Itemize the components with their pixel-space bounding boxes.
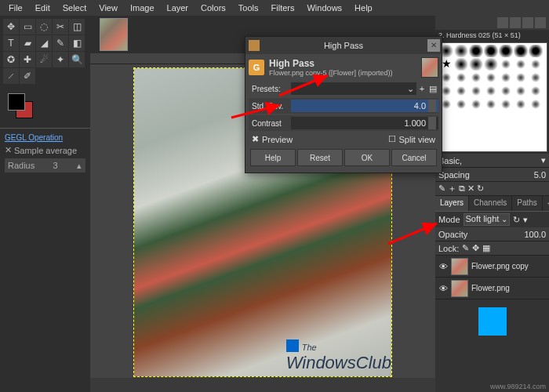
cancel-button[interactable]: Cancel (391, 149, 437, 166)
history-tab-btn[interactable] (522, 17, 533, 28)
tool-crop[interactable]: ✂ (53, 19, 68, 34)
brush-del-icon[interactable]: ✕ (467, 183, 474, 194)
brush-item[interactable] (499, 98, 513, 111)
tool-brush[interactable]: ✎ (53, 35, 68, 51)
tool-fill[interactable]: ▰ (20, 35, 35, 51)
brush-item[interactable] (529, 98, 543, 111)
tab-menu-btn[interactable]: ◂ (543, 196, 549, 211)
menu-file[interactable]: File (3, 2, 28, 14)
tool-clone[interactable]: ✪ (3, 52, 19, 67)
brush-item[interactable] (514, 58, 528, 71)
mode-reset-icon[interactable]: ↻ (513, 215, 520, 225)
tool-transform[interactable]: ◫ (69, 19, 85, 34)
tool-eraser[interactable]: ◧ (69, 35, 85, 51)
sample-avg-close[interactable]: ✕ (5, 145, 12, 155)
brush-item[interactable] (454, 58, 468, 71)
menu-image[interactable]: Image (125, 2, 160, 14)
layer-row[interactable]: 👁 Flower.png copy (435, 256, 549, 278)
ok-button[interactable]: OK (344, 149, 390, 166)
menu-edit[interactable]: Edit (30, 2, 56, 14)
brush-item[interactable] (514, 71, 528, 84)
brush-refresh-icon[interactable]: ↻ (477, 183, 484, 194)
dialog-titlebar[interactable]: High Pass ✕ (245, 37, 442, 54)
brush-item[interactable] (469, 98, 483, 111)
brush-item[interactable] (529, 45, 543, 57)
brush-spacing-row[interactable]: Spacing 5.0 (435, 168, 549, 182)
tool-path[interactable]: ✦ (53, 52, 68, 67)
brush-item[interactable] (514, 45, 528, 57)
brush-item[interactable] (484, 71, 498, 84)
brush-edit-icon[interactable]: ✎ (438, 183, 445, 194)
tool-heal[interactable]: ✚ (20, 52, 35, 67)
brush-item[interactable] (499, 85, 513, 97)
brush-item[interactable] (529, 85, 543, 97)
tab-paths[interactable]: Paths (512, 196, 543, 211)
brush-item[interactable] (469, 71, 483, 84)
brush-basic-row[interactable]: Basic,▾ (435, 154, 549, 168)
tool-move[interactable]: ✥ (3, 19, 19, 34)
lock-alpha-icon[interactable]: ▦ (482, 243, 490, 253)
help-button[interactable]: Help (250, 149, 296, 166)
tool-picker[interactable]: ✐ (20, 68, 35, 84)
tool-text[interactable]: T (3, 35, 19, 51)
brush-grid[interactable]: ★ (437, 42, 547, 152)
menu-layer[interactable]: Layer (162, 2, 195, 14)
reset-button[interactable]: Reset (297, 149, 343, 166)
brush-item[interactable] (484, 45, 498, 57)
lock-pos-icon[interactable]: ✥ (472, 243, 479, 253)
menu-help[interactable]: Help (349, 2, 378, 14)
gegl-operation-link[interactable]: GEGL Operation (5, 133, 85, 142)
close-icon[interactable]: ✕ (427, 39, 440, 52)
brush-item[interactable] (484, 98, 498, 111)
radius-spinner[interactable]: ▴ (76, 161, 82, 171)
preset-add-icon[interactable]: + (416, 84, 427, 93)
menu-tools[interactable]: Tools (233, 2, 264, 14)
brush-item[interactable] (484, 58, 498, 71)
brush-item[interactable] (529, 71, 543, 84)
brush-tab-btn[interactable] (497, 17, 508, 28)
layer-name[interactable]: Flower.png (471, 284, 510, 292)
tool-measure[interactable]: ⟋ (3, 68, 19, 84)
tool-rect-select[interactable]: ▭ (20, 19, 35, 34)
brush-item[interactable] (514, 85, 528, 97)
preset-menu-icon[interactable]: ▤ (427, 84, 438, 94)
brush-item[interactable] (469, 45, 483, 57)
brush-item[interactable] (499, 71, 513, 84)
dock-menu-btn[interactable] (535, 17, 546, 28)
layer-name[interactable]: Flower.png copy (471, 262, 529, 270)
tool-smudge[interactable]: ☄ (36, 52, 52, 67)
font-tab-btn[interactable] (510, 17, 521, 28)
opacity-row[interactable]: Opacity 100.0 (435, 227, 549, 241)
brush-item[interactable] (469, 85, 483, 97)
brush-new-icon[interactable]: ＋ (448, 183, 456, 194)
visibility-icon[interactable]: 👁 (438, 284, 448, 293)
brush-item[interactable] (529, 58, 543, 71)
brush-item[interactable] (499, 58, 513, 71)
brush-item[interactable] (499, 45, 513, 57)
brush-item[interactable] (454, 85, 468, 97)
stddev-value[interactable]: 4.0 (414, 101, 426, 111)
image-tab-flower[interactable] (100, 18, 128, 51)
layer-row[interactable]: 👁 Flower.png (435, 278, 549, 299)
split-checkbox[interactable]: ☐ (388, 134, 396, 144)
contrast-value[interactable]: 1.000 (404, 118, 426, 128)
mode-switch-icon[interactable]: ▾ (523, 215, 528, 225)
stddev-spinner[interactable] (428, 100, 436, 112)
fg-color-swatch[interactable] (8, 93, 25, 111)
menu-view[interactable]: View (93, 2, 123, 14)
lock-pixels-icon[interactable]: ✎ (462, 243, 469, 253)
brush-dup-icon[interactable]: ⧉ (459, 183, 465, 194)
brush-item[interactable] (454, 45, 468, 57)
tool-zoom[interactable]: 🔍 (69, 52, 85, 67)
menu-windows[interactable]: Windows (301, 2, 347, 14)
tab-channels[interactable]: Channels (469, 196, 512, 211)
menu-select[interactable]: Select (57, 2, 93, 14)
brush-item[interactable] (484, 85, 498, 97)
brush-item[interactable] (454, 98, 468, 111)
mode-select[interactable]: Soft light ⌄ (464, 213, 511, 226)
radius-slider[interactable]: Radius 3 ▴ (5, 158, 85, 172)
menu-colors[interactable]: Colors (195, 2, 231, 14)
contrast-spinner[interactable] (428, 117, 436, 129)
preview-checkbox[interactable]: ✖ (252, 134, 259, 144)
brush-item[interactable] (514, 98, 528, 111)
